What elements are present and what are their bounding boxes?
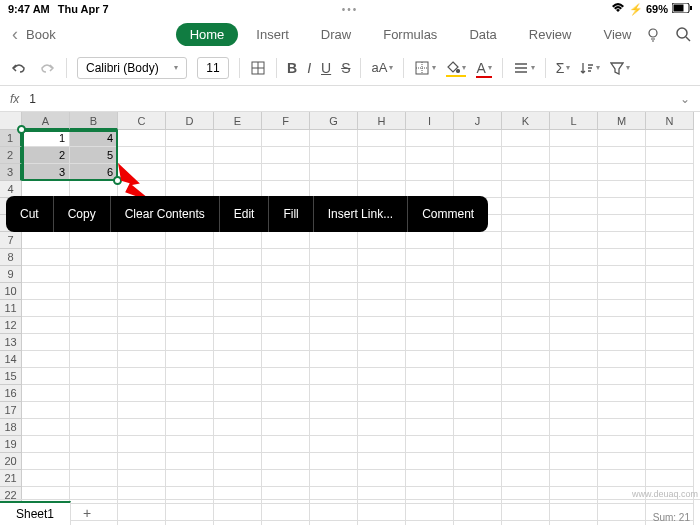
cell-E14[interactable] (214, 351, 262, 368)
cell-M14[interactable] (598, 351, 646, 368)
cell-N2[interactable] (646, 147, 694, 164)
cell-H11[interactable] (358, 300, 406, 317)
cell-H10[interactable] (358, 283, 406, 300)
cell-C8[interactable] (118, 249, 166, 266)
cell-G7[interactable] (310, 232, 358, 249)
cell-A17[interactable] (22, 402, 70, 419)
cell-M4[interactable] (598, 181, 646, 198)
cell-G15[interactable] (310, 368, 358, 385)
col-header-I[interactable]: I (406, 112, 454, 130)
cell-G12[interactable] (310, 317, 358, 334)
cell-N1[interactable] (646, 130, 694, 147)
cell-M1[interactable] (598, 130, 646, 147)
cell-I9[interactable] (406, 266, 454, 283)
cell-N3[interactable] (646, 164, 694, 181)
cell-A13[interactable] (22, 334, 70, 351)
cell-B16[interactable] (70, 385, 118, 402)
cell-A1[interactable]: 1 (22, 130, 70, 147)
cell-K11[interactable] (502, 300, 550, 317)
cell-I3[interactable] (406, 164, 454, 181)
cell-J3[interactable] (454, 164, 502, 181)
font-color-icon[interactable]: A▾ (476, 60, 491, 76)
cell-C13[interactable] (118, 334, 166, 351)
cell-H9[interactable] (358, 266, 406, 283)
row-header-11[interactable]: 11 (0, 300, 22, 317)
cell-F11[interactable] (262, 300, 310, 317)
cell-M11[interactable] (598, 300, 646, 317)
cell-J10[interactable] (454, 283, 502, 300)
cell-B19[interactable] (70, 436, 118, 453)
cell-H13[interactable] (358, 334, 406, 351)
cell-L10[interactable] (550, 283, 598, 300)
cell-L21[interactable] (550, 470, 598, 487)
cell-G13[interactable] (310, 334, 358, 351)
cell-H19[interactable] (358, 436, 406, 453)
col-header-E[interactable]: E (214, 112, 262, 130)
cell-K6[interactable] (502, 215, 550, 232)
cell-L1[interactable] (550, 130, 598, 147)
cell-K18[interactable] (502, 419, 550, 436)
cell-M2[interactable] (598, 147, 646, 164)
formula-bar[interactable]: fx 1 ⌄ (0, 86, 700, 112)
cell-I2[interactable] (406, 147, 454, 164)
cell-D14[interactable] (166, 351, 214, 368)
tab-draw[interactable]: Draw (307, 23, 365, 46)
cell-N7[interactable] (646, 232, 694, 249)
cell-G11[interactable] (310, 300, 358, 317)
cell-L13[interactable] (550, 334, 598, 351)
row-header-3[interactable]: 3 (0, 164, 22, 181)
cell-A14[interactable] (22, 351, 70, 368)
cell-C3[interactable] (118, 164, 166, 181)
cell-A10[interactable] (22, 283, 70, 300)
sort-filter-icon[interactable]: ▾ (580, 61, 600, 75)
cell-C20[interactable] (118, 453, 166, 470)
filter-icon[interactable]: ▾ (610, 61, 630, 75)
cell-E20[interactable] (214, 453, 262, 470)
cell-I20[interactable] (406, 453, 454, 470)
cell-K16[interactable] (502, 385, 550, 402)
cell-C15[interactable] (118, 368, 166, 385)
cell-H20[interactable] (358, 453, 406, 470)
cell-G2[interactable] (310, 147, 358, 164)
tab-insert[interactable]: Insert (242, 23, 303, 46)
cell-L15[interactable] (550, 368, 598, 385)
cell-K13[interactable] (502, 334, 550, 351)
cell-L12[interactable] (550, 317, 598, 334)
redo-icon[interactable] (38, 61, 56, 75)
cell-H15[interactable] (358, 368, 406, 385)
col-header-F[interactable]: F (262, 112, 310, 130)
cell-N11[interactable] (646, 300, 694, 317)
cell-F1[interactable] (262, 130, 310, 147)
cell-J9[interactable] (454, 266, 502, 283)
cell-L9[interactable] (550, 266, 598, 283)
cell-I8[interactable] (406, 249, 454, 266)
cell-C14[interactable] (118, 351, 166, 368)
row-header-7[interactable]: 7 (0, 232, 22, 249)
col-header-H[interactable]: H (358, 112, 406, 130)
cell-C10[interactable] (118, 283, 166, 300)
row-header-12[interactable]: 12 (0, 317, 22, 334)
cell-L7[interactable] (550, 232, 598, 249)
col-header-A[interactable]: A (22, 112, 70, 130)
cell-I11[interactable] (406, 300, 454, 317)
cell-B7[interactable] (70, 232, 118, 249)
cell-L19[interactable] (550, 436, 598, 453)
cell-B14[interactable] (70, 351, 118, 368)
cell-L4[interactable] (550, 181, 598, 198)
col-header-L[interactable]: L (550, 112, 598, 130)
cell-J14[interactable] (454, 351, 502, 368)
cell-I12[interactable] (406, 317, 454, 334)
cell-D13[interactable] (166, 334, 214, 351)
cell-C19[interactable] (118, 436, 166, 453)
cell-J13[interactable] (454, 334, 502, 351)
tab-formulas[interactable]: Formulas (369, 23, 451, 46)
cell-D1[interactable] (166, 130, 214, 147)
alignment-icon[interactable]: ▾ (513, 61, 535, 75)
document-title[interactable]: Book (26, 27, 56, 42)
cell-E2[interactable] (214, 147, 262, 164)
row-header-15[interactable]: 15 (0, 368, 22, 385)
cell-M7[interactable] (598, 232, 646, 249)
italic-icon[interactable]: I (307, 60, 311, 76)
cell-L8[interactable] (550, 249, 598, 266)
tab-home[interactable]: Home (176, 23, 239, 46)
